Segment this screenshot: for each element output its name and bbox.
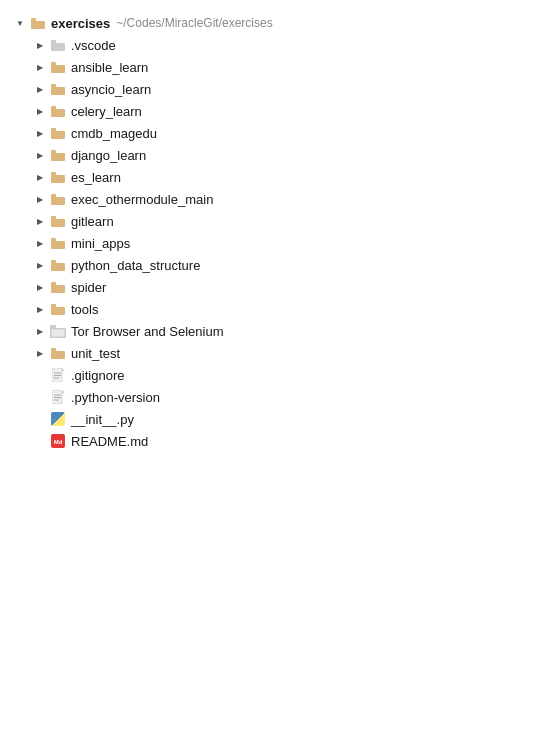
svg-rect-3 (51, 40, 56, 44)
miniapps-chevron (32, 235, 48, 251)
tree-item-celery[interactable]: celery_learn (28, 100, 554, 122)
svg-rect-6 (51, 87, 65, 95)
django-folder-icon (50, 147, 66, 163)
tree-item-gitlearn[interactable]: gitlearn (28, 210, 554, 232)
asyncio-label: asyncio_learn (71, 82, 151, 97)
tree-item-init[interactable]: __init__.py (28, 408, 554, 430)
unittest-label: unit_test (71, 346, 120, 361)
vscode-chevron (32, 37, 48, 53)
celery-chevron (32, 103, 48, 119)
svg-rect-14 (51, 175, 65, 183)
tree-item-tor[interactable]: Tor Browser and Selenium (28, 320, 554, 342)
tor-chevron (32, 323, 48, 339)
vscode-label: .vscode (71, 38, 116, 53)
tree-item-cmdb[interactable]: cmdb_magedu (28, 122, 554, 144)
tree-item-pythonversion[interactable]: .python-version (28, 386, 554, 408)
svg-rect-9 (51, 106, 56, 110)
ansible-folder-icon (50, 59, 66, 75)
tree-item-exec[interactable]: exec_othermodule_main (28, 188, 554, 210)
django-chevron (32, 147, 48, 163)
svg-rect-2 (51, 43, 65, 51)
svg-rect-0 (31, 21, 45, 29)
django-label: django_learn (71, 148, 146, 163)
tree-item-unittest[interactable]: unit_test (28, 342, 554, 364)
tree-item-readme[interactable]: Md README.md (28, 430, 554, 452)
svg-rect-23 (51, 260, 56, 264)
tor-label: Tor Browser and Selenium (71, 324, 223, 339)
spider-label: spider (71, 280, 106, 295)
asyncio-folder-icon (50, 81, 66, 97)
svg-rect-30 (51, 329, 65, 337)
exec-label: exec_othermodule_main (71, 192, 213, 207)
pds-label: python_data_structure (71, 258, 200, 273)
gitignore-file-icon (50, 367, 66, 383)
root-folder-path: ~/Codes/MiracleGit/exercises (116, 16, 272, 30)
pds-chevron (32, 257, 48, 273)
file-tree: exercises ~/Codes/MiracleGit/exercises .… (0, 12, 554, 452)
svg-rect-43 (51, 412, 65, 426)
svg-rect-32 (51, 348, 56, 352)
es-label: es_learn (71, 170, 121, 185)
svg-rect-25 (51, 282, 56, 286)
tree-item-es[interactable]: es_learn (28, 166, 554, 188)
svg-text:Md: Md (54, 439, 63, 445)
svg-rect-16 (51, 197, 65, 205)
svg-rect-26 (51, 307, 65, 315)
readme-label: README.md (71, 434, 148, 449)
init-py-icon (50, 411, 66, 427)
svg-rect-13 (51, 150, 56, 154)
svg-rect-11 (51, 128, 56, 132)
gitlearn-folder-icon (50, 213, 66, 229)
svg-rect-21 (51, 238, 56, 242)
tree-item-gitignore[interactable]: .gitignore (28, 364, 554, 386)
svg-rect-4 (51, 65, 65, 73)
gitlearn-label: gitlearn (71, 214, 114, 229)
svg-rect-20 (51, 241, 65, 249)
cmdb-label: cmdb_magedu (71, 126, 157, 141)
root-folder-icon (30, 15, 46, 31)
celery-folder-icon (50, 103, 66, 119)
gitignore-label: .gitignore (71, 368, 124, 383)
gitlearn-chevron (32, 213, 48, 229)
spider-chevron (32, 279, 48, 295)
tree-item-miniapps[interactable]: mini_apps (28, 232, 554, 254)
tools-chevron (32, 301, 48, 317)
cmdb-chevron (32, 125, 48, 141)
svg-rect-27 (51, 304, 56, 308)
ansible-chevron (32, 59, 48, 75)
svg-rect-31 (51, 351, 65, 359)
celery-label: celery_learn (71, 104, 142, 119)
ansible-label: ansible_learn (71, 60, 148, 75)
tree-item-django[interactable]: django_learn (28, 144, 554, 166)
pythonversion-file-icon (50, 389, 66, 405)
tree-item-asyncio[interactable]: asyncio_learn (28, 78, 554, 100)
tor-folder-icon (50, 323, 66, 339)
tree-item-vscode[interactable]: .vscode (28, 34, 554, 56)
svg-rect-29 (50, 325, 56, 329)
asyncio-chevron (32, 81, 48, 97)
pythonversion-label: .python-version (71, 390, 160, 405)
unittest-folder-icon (50, 345, 66, 361)
root-folder-item[interactable]: exercises ~/Codes/MiracleGit/exercises (8, 12, 554, 34)
svg-rect-17 (51, 194, 56, 198)
unittest-chevron (32, 345, 48, 361)
miniapps-folder-icon (50, 235, 66, 251)
tree-item-tools[interactable]: tools (28, 298, 554, 320)
readme-md-icon: Md (50, 433, 66, 449)
svg-rect-7 (51, 84, 56, 88)
root-folder-name: exercises (51, 16, 110, 31)
tree-item-pds[interactable]: python_data_structure (28, 254, 554, 276)
svg-rect-19 (51, 216, 56, 220)
pds-folder-icon (50, 257, 66, 273)
tree-children: .vscode ansible_learn asyncio_lear (8, 34, 554, 452)
exec-chevron (32, 191, 48, 207)
es-folder-icon (50, 169, 66, 185)
init-label: __init__.py (71, 412, 134, 427)
svg-rect-24 (51, 285, 65, 293)
tools-folder-icon (50, 301, 66, 317)
svg-rect-10 (51, 131, 65, 139)
svg-rect-1 (31, 18, 36, 22)
tree-item-spider[interactable]: spider (28, 276, 554, 298)
tree-item-ansible[interactable]: ansible_learn (28, 56, 554, 78)
spider-folder-icon (50, 279, 66, 295)
